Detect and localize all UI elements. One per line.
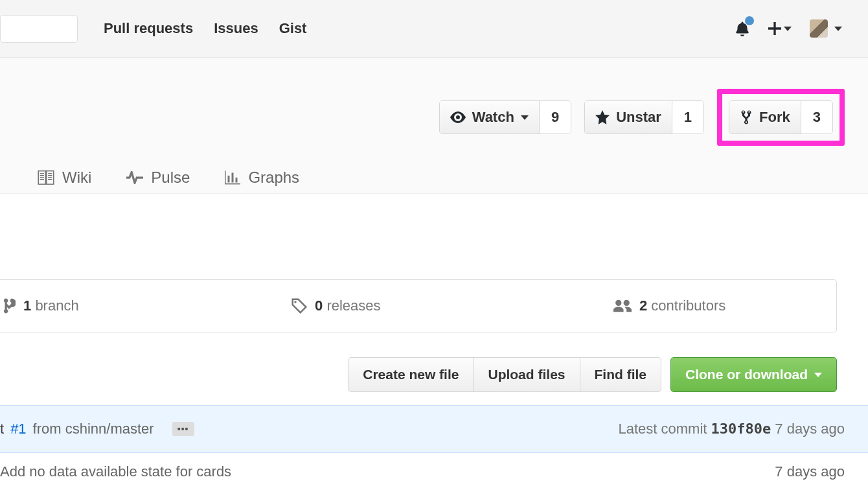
star-icon [595, 110, 610, 124]
create-menu-button[interactable] [768, 22, 792, 35]
search-input[interactable] [0, 15, 78, 43]
avatar [810, 19, 828, 38]
repo-stats: 1 branch 0 releases 2 contributors [0, 279, 837, 332]
stat-contributors[interactable]: 2 contributors [503, 280, 836, 332]
contributors-count: 2 [639, 297, 647, 314]
latest-commit-label: Latest commit [618, 421, 711, 437]
primary-nav: Pull requests Issues Gist [104, 20, 306, 37]
upload-files-button[interactable]: Upload files [474, 358, 580, 391]
file-commit-message: Add no data available state for cards [0, 463, 231, 480]
watch-count[interactable]: 9 [540, 101, 571, 134]
find-file-button[interactable]: Find file [580, 358, 661, 391]
file-commit-time: 7 days ago [775, 463, 845, 480]
header-actions [735, 19, 842, 38]
chevron-down-icon [814, 373, 822, 377]
tab-wiki[interactable]: Wiki [38, 168, 91, 187]
commit-meta: Latest commit 130f80e 7 days ago [618, 421, 845, 437]
tag-icon [291, 298, 307, 314]
latest-commit-row: t #1 from cshinn/master ••• Latest commi… [0, 405, 868, 453]
repo-actions: Watch 9 Unstar 1 Fork 3 [439, 89, 845, 146]
fork-highlight: Fork 3 [717, 89, 845, 146]
chevron-down-icon [834, 27, 842, 31]
eye-icon [450, 111, 466, 123]
clone-label: Clone or download [685, 367, 808, 382]
watch-group: Watch 9 [439, 100, 571, 134]
book-icon [38, 170, 54, 185]
star-count[interactable]: 1 [672, 101, 703, 134]
unstar-button[interactable]: Unstar [585, 101, 672, 134]
nav-gist[interactable]: Gist [279, 20, 307, 37]
svg-point-0 [294, 301, 296, 303]
tab-pulse-label: Pulse [151, 168, 190, 187]
fork-count[interactable]: 3 [801, 101, 832, 134]
fork-label: Fork [759, 109, 790, 126]
contributors-label: contributors [651, 297, 725, 314]
fork-button[interactable]: Fork [729, 101, 801, 134]
file-list-row[interactable]: Add no data available state for cards 7 … [0, 453, 868, 480]
nav-issues[interactable]: Issues [214, 20, 258, 37]
commit-text: from cshinn/master [33, 421, 154, 437]
unstar-label: Unstar [616, 109, 661, 126]
branches-count: 1 [23, 297, 31, 314]
repo-subheader: Watch 9 Unstar 1 Fork 3 Wik [0, 58, 868, 194]
tab-graphs[interactable]: Graphs [225, 168, 299, 187]
stat-releases[interactable]: 0 releases [169, 280, 503, 332]
commit-time: 7 days ago [771, 421, 845, 437]
branch-icon [3, 297, 16, 314]
fork-icon [740, 110, 753, 125]
tab-wiki-label: Wiki [62, 168, 91, 187]
tab-pulse[interactable]: Pulse [126, 168, 190, 187]
unstar-group: Unstar 1 [584, 100, 704, 134]
notification-dot-icon [745, 16, 754, 25]
create-new-file-button[interactable]: Create new file [348, 358, 474, 391]
user-menu-button[interactable] [810, 19, 842, 38]
notifications-button[interactable] [735, 20, 750, 37]
pulse-icon [126, 171, 143, 184]
commit-sha[interactable]: 130f80e [711, 421, 771, 437]
watch-button[interactable]: Watch [440, 101, 540, 134]
file-actions: Create new file Upload files Find file C… [0, 357, 868, 392]
file-button-group: Create new file Upload files Find file [348, 357, 661, 392]
global-header: Pull requests Issues Gist [0, 0, 868, 58]
commit-message[interactable]: t #1 from cshinn/master ••• [0, 421, 194, 437]
chevron-down-icon [521, 115, 529, 120]
commit-pr-link[interactable]: #1 [10, 421, 26, 437]
graph-icon [225, 170, 240, 185]
fork-group: Fork 3 [729, 100, 833, 134]
watch-label: Watch [472, 109, 514, 126]
nav-pull-requests[interactable]: Pull requests [104, 20, 193, 37]
plus-icon [768, 22, 781, 35]
chevron-down-icon [784, 27, 792, 31]
releases-count: 0 [315, 297, 323, 314]
tab-graphs-label: Graphs [248, 168, 299, 187]
commit-prefix: t [0, 421, 4, 437]
expand-commit-button[interactable]: ••• [172, 422, 194, 436]
repo-tabs: Wiki Pulse Graphs [38, 168, 868, 187]
clone-download-button[interactable]: Clone or download [670, 357, 837, 392]
stat-branches[interactable]: 1 branch [0, 280, 169, 332]
releases-label: releases [326, 297, 380, 314]
branches-label: branch [35, 297, 78, 314]
people-icon [613, 299, 632, 312]
